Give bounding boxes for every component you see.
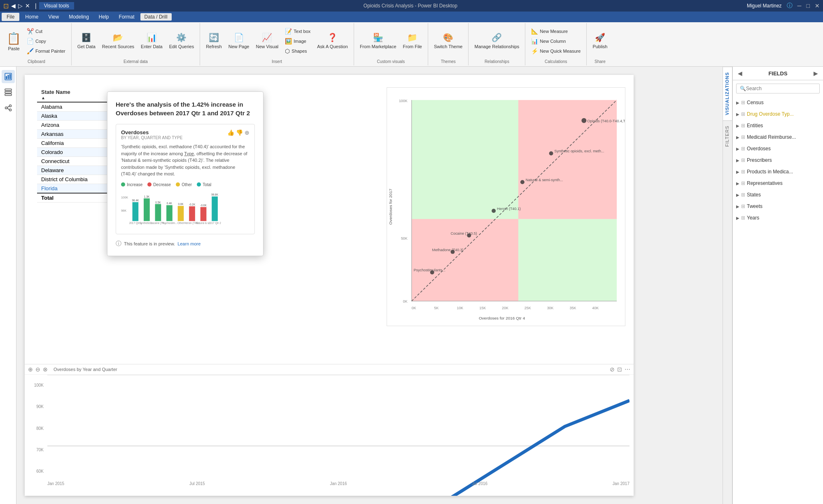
menu-data-drill[interactable]: Data / Drill: [140, 13, 172, 21]
legend-other-label: Other: [182, 182, 192, 187]
from-marketplace-button[interactable]: 🏪 From Marketplace: [357, 26, 399, 56]
canvas-area[interactable]: State Name ▲ 2015 2016 2017 Alabama 720: [16, 67, 732, 504]
svg-point-9: [9, 109, 11, 111]
thumbs-up-icon[interactable]: 👍: [227, 129, 234, 136]
panel-collapse-left[interactable]: ◀: [738, 70, 742, 77]
cut-button[interactable]: ✂️ Cut: [24, 27, 68, 36]
field-group-products: ▶ ⊞ Products in Medica...: [733, 166, 823, 177]
sidebar-data-icon[interactable]: [2, 86, 15, 99]
chart-toolbar: ⊕ ⊖ ⊗ Overdoses by Year and Quarter ⊘ ⊡ …: [25, 364, 634, 375]
chevron-right-icon: ▶: [736, 135, 739, 140]
svg-rect-64: [189, 206, 195, 221]
maximize-btn[interactable]: □: [807, 2, 810, 9]
svg-text:Other: Other: [177, 222, 184, 224]
tab-visual-tools[interactable]: Visual tools: [39, 2, 74, 9]
sidebar-model-icon[interactable]: [2, 101, 15, 114]
overdoses-label: Overdoses: [747, 146, 771, 152]
svg-text:98K: 98K: [121, 208, 126, 212]
close-btn[interactable]: ✕: [815, 2, 820, 9]
menu-file[interactable]: File: [2, 13, 19, 21]
new-visual-button[interactable]: 📈 New Visual: [253, 26, 281, 56]
refresh-button[interactable]: 🔄 Refresh: [203, 26, 224, 56]
new-quick-measure-button[interactable]: ⚡ New Quick Measure: [529, 47, 583, 56]
enter-data-button[interactable]: 📊 Enter Data: [138, 26, 165, 56]
chevron-right-icon: ▶: [736, 181, 739, 186]
menu-format[interactable]: Format: [115, 13, 139, 21]
learn-more-link[interactable]: Learn more: [177, 241, 201, 246]
manage-relationships-button[interactable]: 🔗 Manage Relationships: [472, 26, 522, 56]
field-group-prescribers-header[interactable]: ▶ ⊞ Prescribers: [736, 156, 820, 164]
from-file-button[interactable]: 📁 From File: [401, 26, 424, 56]
svg-point-8: [9, 105, 11, 107]
chart-info-icon[interactable]: ⊖: [35, 366, 40, 373]
menu-view[interactable]: View: [44, 13, 63, 21]
publish-button[interactable]: 🚀 Publish: [590, 26, 610, 56]
chart-more-icon[interactable]: ⋯: [625, 366, 630, 373]
ai-chart-box: Overdoses BY YEAR, QUARTER AND TYPE 👍 👎 …: [116, 124, 255, 234]
legend-increase: Increase: [121, 182, 142, 187]
field-group-representatives-header[interactable]: ▶ ⊞ Representatives: [736, 179, 820, 187]
svg-text:20K: 20K: [502, 306, 508, 310]
svg-text:25K: 25K: [525, 306, 531, 310]
ask-question-button[interactable]: ❓ Ask A Question: [315, 26, 350, 56]
title-bar-left: ⊡ ◀ ▷ ✕ | Visual tools: [3, 2, 74, 10]
field-group-representatives: ▶ ⊞ Representatives: [733, 177, 823, 189]
chart-expand-icon[interactable]: ⊕: [28, 366, 33, 373]
new-measure-button[interactable]: 📐 New Measure: [529, 27, 583, 36]
ribbon-group-themes: 🎨 Switch Theme Themes: [428, 23, 469, 65]
field-group-entities-header[interactable]: ▶ ⊞ Entities: [736, 121, 820, 130]
new-page-button[interactable]: 📄 New Page: [226, 26, 252, 56]
menu-help[interactable]: Help: [95, 13, 113, 21]
field-group-census-header[interactable]: ▶ ⊞ Census: [736, 98, 820, 107]
menu-home[interactable]: Home: [21, 13, 42, 21]
ribbon-group-insert: 🔄 Refresh 📄 New Page 📈 New Visual 📝 Text…: [200, 23, 354, 65]
legend-increase-dot: [121, 182, 125, 187]
app-title: Opioids Crisis Analysis - Power BI Deskt…: [364, 3, 457, 9]
new-column-button[interactable]: 📊 New Column: [529, 37, 583, 46]
field-group-states-header[interactable]: ▶ ⊞ States: [736, 191, 820, 199]
paste-button[interactable]: 📋 Paste: [5, 31, 23, 52]
scatter-svg: Opioids (T40.0-T40.4,T40.6) Synthetic op…: [387, 88, 625, 326]
text-box-button[interactable]: 📝 Text box: [282, 27, 313, 36]
add-icon[interactable]: ⊕: [245, 129, 249, 136]
chart-filter-icon[interactable]: ⊗: [43, 366, 48, 373]
switch-theme-button[interactable]: 🎨 Switch Theme: [431, 26, 465, 56]
search-box[interactable]: 🔍: [736, 84, 820, 93]
image-button[interactable]: 🖼️ Image: [282, 37, 313, 46]
edit-queries-button[interactable]: ⚙️ Edit Queries: [167, 26, 197, 56]
shapes-button[interactable]: ⬡ Shapes: [282, 47, 313, 56]
get-data-button[interactable]: 🗄️ Get Data: [75, 26, 98, 56]
right-panel: ◀ FIELDS ▶ 🔍 ▶ ⊞ Census ▶ ⊞ Drug Overdos…: [732, 67, 823, 504]
svg-rect-56: [144, 198, 150, 221]
chart-area: 100K 90K 80K 70K 60K: [25, 375, 634, 486]
panel-collapse-right[interactable]: ▶: [814, 70, 818, 77]
chart-download-icon[interactable]: ⊘: [610, 366, 615, 373]
thumbs-down-icon[interactable]: 👎: [236, 129, 243, 136]
ribbon: 📋 Paste ✂️ Cut 📄 Copy 🖌️ Format Painter …: [0, 22, 823, 67]
search-input[interactable]: [746, 86, 816, 91]
menu-modeling[interactable]: Modeling: [65, 13, 93, 21]
copy-button[interactable]: 📄 Copy: [24, 37, 68, 46]
chevron-right-icon: ▶: [736, 158, 739, 163]
minimize-btn[interactable]: ─: [797, 2, 802, 9]
field-group-drug-header[interactable]: ▶ ⊞ Drug Overdose Typ...: [736, 110, 820, 118]
chart-focus-icon[interactable]: ⊡: [617, 366, 622, 373]
entities-label: Entities: [747, 123, 763, 128]
field-group-overdoses-header[interactable]: ▶ ⊞ Overdoses: [736, 145, 820, 153]
field-group-medicaid-header[interactable]: ▶ ⊞ Medicaid Reimburse...: [736, 133, 820, 141]
field-group-years: ▶ ⊞ Years: [733, 212, 823, 224]
svg-text:Overdoses for 2016 Qtr 4: Overdoses for 2016 Qtr 4: [479, 316, 525, 320]
field-group-products-header[interactable]: ▶ ⊞ Products in Medica...: [736, 168, 820, 176]
viz-tab-filters[interactable]: FILTERS: [723, 120, 732, 152]
recent-sources-button[interactable]: 📂 Recent Sources: [100, 26, 137, 56]
paste-label: Paste: [8, 46, 19, 51]
table-icon: ⊞: [741, 157, 745, 163]
viz-tab-visualizations[interactable]: VISUALIZATIONS: [723, 67, 732, 120]
sidebar-report-icon[interactable]: [2, 70, 15, 83]
field-group-years-header[interactable]: ▶ ⊞ Years: [736, 214, 820, 222]
svg-text:5K: 5K: [434, 306, 439, 310]
custom-visuals-label: Custom visuals: [377, 58, 405, 64]
refresh-label: Refresh: [206, 44, 222, 49]
field-group-tweets-header[interactable]: ▶ ⊞ Tweets: [736, 202, 820, 210]
format-painter-button[interactable]: 🖌️ Format Painter: [24, 47, 68, 56]
